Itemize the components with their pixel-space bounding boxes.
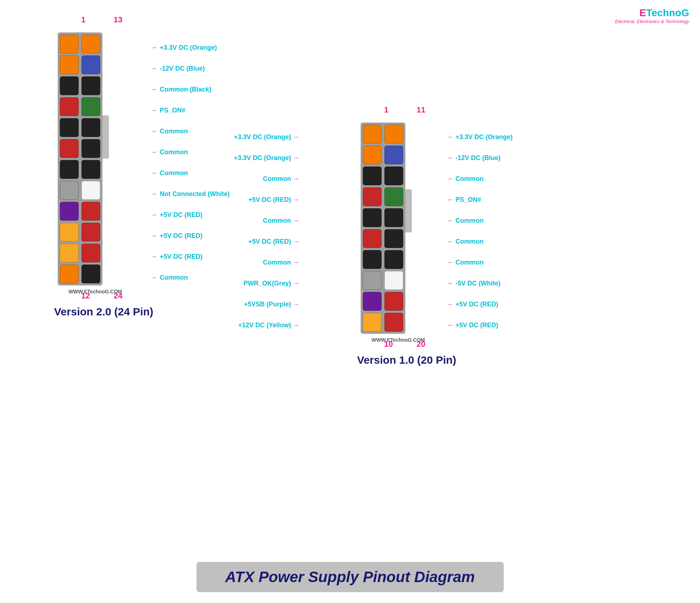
pin [60,265,79,283]
right-label-24-8: +5V DC (RED) [151,211,203,219]
right-label-20-7: -5V DC (White) [447,280,501,287]
pin [82,160,100,179]
pin [384,292,403,311]
pin [82,97,100,116]
right-label-20-5: Common [447,238,484,245]
watermark-20: WWW.ETechnoG.COM [371,337,425,343]
right-label-20-2: Common [447,175,484,183]
pin [384,146,403,164]
pin [363,208,382,227]
pin [363,146,382,164]
left-label-20-7: PWR_OK(Grey) [243,280,299,287]
pin [82,181,100,200]
latch-20 [405,189,412,232]
version-24-label: Version 2.0 (24 Pin) [54,306,153,318]
right-label-20-9: +5V DC (RED) [447,322,498,329]
connector-24pin: 1 13 12 24 WWW.ETechnoG.COM Version 2.0 … [58,29,102,285]
pin [384,313,403,332]
right-label-24-9: +5V DC (RED) [151,232,203,240]
pin [60,76,79,95]
latch-24 [102,115,109,159]
left-col-24 [60,35,79,283]
pin [82,76,100,95]
pin [363,313,382,332]
pin-num-1-20: 1 [384,105,388,115]
right-col-24 [82,35,100,283]
connector-body-24 [58,32,102,285]
left-label-20-2: Common [263,175,299,183]
pin [60,181,79,200]
right-label-20-3: PS_ON# [447,196,481,204]
left-col-20 [363,125,382,332]
right-label-24-2: Common (Black) [151,86,211,93]
pin [82,265,100,283]
logo-sub: Electrical, Electronics & Technology [615,19,689,24]
right-label-20-0: +3.3V DC (Orange) [447,133,513,141]
pin [384,125,403,143]
right-label-24-0: +3.3V DC (Orange) [151,44,217,52]
logo-e: E [639,7,646,18]
pin [384,208,403,227]
pin [384,229,403,248]
left-label-20-3: +5V DC (RED) [248,196,299,204]
left-label-20-0: +3.3V DC (Orange) [234,133,299,141]
logo: ETechnoG Electrical, Electronics & Techn… [615,7,689,24]
pin [60,223,79,241]
left-label-20-6: Common [263,259,299,266]
pin [60,160,79,179]
pin-num-11: 11 [417,105,425,115]
pin [82,35,100,53]
pin [363,229,382,248]
watermark-24: WWW.ETechnoG.COM [69,289,122,294]
pin [60,97,79,116]
right-label-24-6: Common [151,169,188,177]
pin [384,187,403,206]
connector-body-20 [361,123,405,334]
right-label-24-3: PS_ON# [151,107,185,114]
pin [363,250,382,269]
pin [82,56,100,74]
pin [60,56,79,74]
pin [363,167,382,185]
pin [363,125,382,143]
pin [60,202,79,221]
version-20-label: Version 1.0 (20 Pin) [357,354,456,366]
left-label-20-9: +12V DC (Yellow) [238,322,299,329]
pin-num-13: 13 [114,15,122,25]
right-label-20-1: -12V DC (Blue) [447,154,501,162]
left-label-20-5: +5V DC (RED) [248,238,299,245]
pin [82,244,100,262]
right-label-24-1: -12V DC (Blue) [151,65,205,72]
pin [363,271,382,290]
right-label-20-4: Common [447,217,484,225]
left-label-20-1: +3.3V DC (Orange) [234,154,299,162]
left-label-20-8: +5VSB (Purple) [244,301,299,308]
pin [60,35,79,53]
pin [363,292,382,311]
right-label-24-5: Common [151,148,188,156]
pin-num-1: 1 [81,15,85,25]
pin [82,139,100,158]
right-label-24-10: +5V DC (RED) [151,253,203,261]
right-col-20 [384,125,403,332]
pin [82,202,100,221]
left-label-20-4: Common [263,217,299,225]
pin [60,118,79,137]
pin [82,223,100,241]
pin [82,118,100,137]
right-label-24-7: Not Connected (White) [151,190,230,198]
connector-20pin: 1 11 10 20 WWW.ETechnoG.COM Version 1.0 … [361,119,405,334]
right-label-24-11: Common [151,274,188,281]
pin [60,139,79,158]
right-label-20-8: +5V DC (RED) [447,301,498,308]
pin [384,167,403,185]
right-label-24-4: Common [151,128,188,135]
pin [363,187,382,206]
pin [384,250,403,269]
pin [60,244,79,262]
right-label-20-6: Common [447,259,484,266]
pin [384,271,403,290]
main-title: ATX Power Supply Pinout Diagram [196,562,503,592]
logo-technog: TechnoG [646,7,689,18]
